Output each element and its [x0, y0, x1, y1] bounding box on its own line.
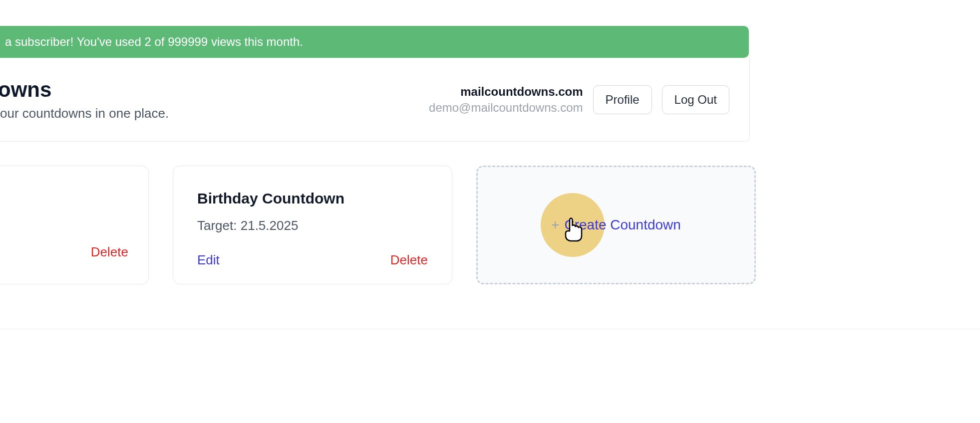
pointer-cursor-icon	[563, 217, 585, 242]
card-actions: Edit Delete	[197, 252, 428, 268]
delete-button[interactable]: Delete	[91, 244, 128, 260]
delete-button[interactable]: Delete	[390, 252, 428, 268]
account-email: demo@mailcountdowns.com	[429, 101, 583, 115]
page-subtitle: our countdowns in one place.	[0, 106, 169, 121]
countdown-card: Birthday Countdown Target: 21.5.2025 Edi…	[173, 166, 452, 284]
subscription-banner: a subscriber! You've used 2 of 999999 vi…	[0, 26, 749, 58]
header-right: mailcountdowns.com demo@mailcountdowns.c…	[429, 85, 729, 115]
banner-text: a subscriber! You've used 2 of 999999 vi…	[5, 35, 303, 48]
page-title: owns	[0, 78, 169, 102]
logout-button[interactable]: Log Out	[662, 85, 729, 114]
account-info: mailcountdowns.com demo@mailcountdowns.c…	[429, 85, 583, 115]
countdown-target: Target: 21.5.2025	[197, 218, 428, 233]
page-header: owns our countdowns in one place. mailco…	[0, 58, 750, 142]
countdown-card-partial: Delete	[0, 166, 149, 284]
account-name: mailcountdowns.com	[429, 85, 583, 99]
footer-divider	[0, 329, 980, 329]
profile-button[interactable]: Profile	[593, 85, 652, 114]
countdown-title: Birthday Countdown	[197, 190, 428, 207]
create-countdown-card[interactable]: + Create Countdown	[476, 166, 756, 284]
header-left: owns our countdowns in one place.	[0, 78, 169, 121]
countdowns-row: Delete Birthday Countdown Target: 21.5.2…	[0, 166, 980, 284]
plus-icon: +	[551, 217, 559, 233]
edit-button[interactable]: Edit	[197, 252, 220, 268]
